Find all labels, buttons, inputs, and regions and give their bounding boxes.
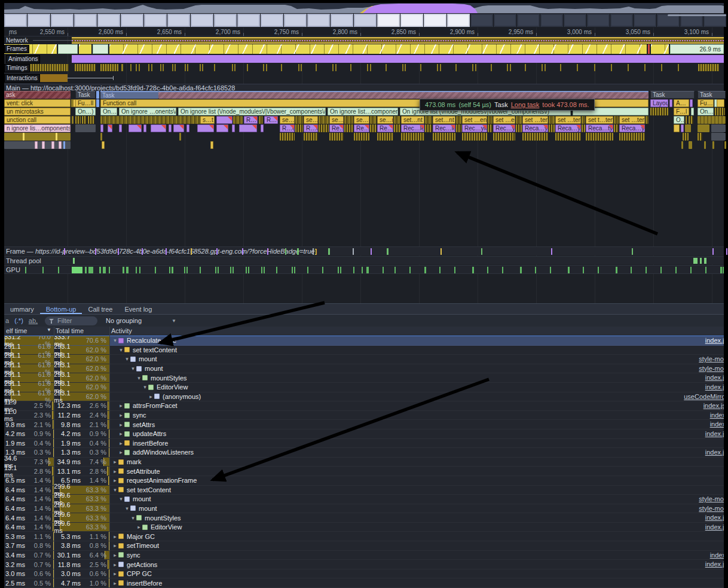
- filmstrip-thumbnail[interactable]: [74, 14, 97, 27]
- tab-call-tree[interactable]: Call tree: [82, 304, 118, 314]
- frames-segment[interactable]: [58, 44, 78, 54]
- collapse-arrow-icon[interactable]: ▾: [136, 375, 142, 381]
- filter-input[interactable]: Filter: [45, 316, 97, 325]
- table-row[interactable]: 1.9 ms0.4 %1.9 ms0.4 %▸insertBefore: [4, 439, 724, 449]
- source-link[interactable]: index.js: [705, 337, 724, 344]
- source-link[interactable]: style-mod: [699, 495, 724, 502]
- filmstrip-thumbnail[interactable]: [261, 14, 283, 27]
- table-row[interactable]: 6.5 ms1.4 %6.5 ms1.4 %▸requestAnimationF…: [4, 476, 724, 486]
- animations-bar[interactable]: [72, 55, 724, 63]
- filmstrip-thumbnail[interactable]: [4, 14, 27, 27]
- collapse-arrow-icon[interactable]: ▾: [112, 487, 118, 493]
- frames-segment[interactable]: [651, 44, 669, 54]
- expand-arrow-icon[interactable]: ▸: [112, 459, 118, 465]
- collapse-arrow-icon[interactable]: ▾: [130, 365, 136, 371]
- filmstrip-thumbnail[interactable]: [214, 14, 237, 27]
- filmstrip-thumbnail[interactable]: [331, 14, 353, 27]
- table-row[interactable]: 6.4 ms1.4 %299.6 ms63.3 %▾mountstyle-mod: [4, 504, 724, 514]
- expand-arrow-icon[interactable]: ▸: [112, 477, 118, 483]
- filmstrip-thumbnail[interactable]: [377, 14, 400, 27]
- filmstrip-thumbnail[interactable]: [517, 14, 540, 27]
- expand-arrow-icon[interactable]: ▸: [148, 394, 154, 400]
- source-link[interactable]: style-mod: [699, 355, 724, 362]
- cpu-overview-strip[interactable]: [4, 3, 724, 13]
- table-row[interactable]: 9.8 ms2.1 %9.8 ms2.1 %▸setAttrsindex.: [4, 420, 724, 429]
- thread-pool-track[interactable]: Thread pool: [4, 256, 724, 264]
- table-row[interactable]: 6.4 ms1.4 %299.6 ms63.3 %▾mountStylesind…: [4, 513, 724, 523]
- filmstrip-thumbnail[interactable]: [540, 14, 563, 27]
- source-link[interactable]: index.js: [705, 523, 724, 531]
- source-link[interactable]: style-mod: [699, 505, 724, 512]
- column-total-time[interactable]: Total time: [54, 327, 109, 336]
- tab-event-log[interactable]: Event log: [118, 304, 158, 314]
- expand-arrow-icon[interactable]: ▸: [118, 422, 124, 428]
- filmstrip-thumbnail[interactable]: [27, 14, 50, 27]
- expand-arrow-icon[interactable]: ▸: [136, 524, 142, 530]
- table-row[interactable]: 3.0 ms0.6 %3.0 ms0.6 %▸CPP GC: [4, 569, 724, 579]
- tooltip-long-task-link[interactable]: Long task: [511, 101, 540, 108]
- collapse-arrow-icon[interactable]: ▾: [130, 515, 136, 521]
- column-self-time[interactable]: elf time ▼: [4, 327, 54, 336]
- tab-bottom-up[interactable]: Bottom-up: [40, 304, 82, 314]
- collapse-arrow-icon[interactable]: ▾: [118, 347, 124, 353]
- table-row[interactable]: 291.1 ms61.6 %293.1 ms62.0 %▾set textCon…: [4, 346, 724, 355]
- source-link[interactable]: index.js: [705, 449, 724, 456]
- filmstrip-thumbnail[interactable]: [634, 14, 656, 27]
- expand-arrow-icon[interactable]: ▸: [112, 468, 118, 474]
- filmstrip-thumbnail[interactable]: [447, 14, 470, 27]
- table-row[interactable]: 3.2 ms0.7 %11.8 ms2.5 %▸getActionsindex.…: [4, 560, 724, 569]
- track-interactions[interactable]: Interactions: [4, 74, 724, 82]
- table-row[interactable]: 291.1 ms61.6 %293.1 ms62.0 %▸(anonymous)…: [4, 392, 724, 402]
- filmstrip-thumbnail[interactable]: [284, 14, 307, 27]
- filmstrip-thumbnail[interactable]: [424, 14, 446, 27]
- expand-arrow-icon[interactable]: ▸: [112, 562, 118, 568]
- source-link[interactable]: index.: [710, 421, 724, 428]
- filmstrip-thumbnail[interactable]: [494, 14, 516, 27]
- filmstrip-thumbnail[interactable]: [144, 14, 167, 27]
- filmstrip-thumbnail[interactable]: [121, 14, 143, 27]
- filmstrip-thumbnail[interactable]: [237, 14, 260, 27]
- filmstrip-thumbnail[interactable]: [167, 14, 190, 27]
- frames-segment[interactable]: [79, 44, 91, 54]
- frames-segment[interactable]: [93, 44, 108, 54]
- source-link[interactable]: index.js: [705, 430, 724, 437]
- screenshot-filmstrip[interactable]: [4, 14, 724, 27]
- table-row[interactable]: 11.0 ms2.3 %11.2 ms2.4 %▸syncindex.: [4, 411, 724, 421]
- collapse-arrow-icon[interactable]: ▾: [124, 505, 130, 511]
- filmstrip-thumbnail[interactable]: [400, 14, 423, 27]
- filmstrip-thumbnail[interactable]: [51, 14, 74, 27]
- table-row[interactable]: 6.4 ms1.4 %299.6 ms63.3 %▾mountstyle-mod: [4, 495, 724, 504]
- grouping-select[interactable]: No grouping: [106, 317, 142, 324]
- chevron-down-icon[interactable]: ▼: [172, 318, 176, 324]
- table-row[interactable]: 291.1 ms61.6 %293.1 ms62.0 %▾mountstyle-…: [4, 364, 724, 374]
- column-divider[interactable]: [109, 327, 110, 588]
- filmstrip-thumbnail[interactable]: [470, 14, 493, 27]
- table-row[interactable]: 3.7 ms0.8 %3.8 ms0.8 %▸setTimeout: [4, 541, 724, 551]
- table-row[interactable]: 1.3 ms0.3 %1.3 ms0.3 %▸addWindowListener…: [4, 448, 724, 458]
- track-network[interactable]: Network: [4, 37, 724, 44]
- filmstrip-thumbnail[interactable]: [587, 14, 610, 27]
- network-activity-bar[interactable]: [72, 37, 724, 44]
- source-link[interactable]: useCodeMirror: [684, 393, 724, 400]
- table-row[interactable]: 34.6 ms7.3 %34.9 ms7.4 %▸mark: [4, 458, 724, 467]
- track-timings[interactable]: Timings: [4, 64, 724, 71]
- filmstrip-thumbnail[interactable]: [307, 14, 330, 27]
- expand-arrow-icon[interactable]: ▸: [112, 571, 118, 577]
- expand-arrow-icon[interactable]: ▸: [118, 431, 124, 437]
- tab-ummary[interactable]: ummary: [4, 304, 40, 314]
- frames-segment[interactable]: [648, 44, 650, 54]
- table-row[interactable]: 291.1 ms61.6 %293.1 ms62.0 %▾mountstyle-…: [4, 355, 724, 364]
- source-link[interactable]: style-mod: [699, 365, 724, 372]
- table-row[interactable]: 6.4 ms1.4 %299.6 ms63.3 %▾set textConten…: [4, 486, 724, 495]
- track-frames[interactable]: Frames 26.9 ms: [4, 44, 724, 54]
- regex-toggle[interactable]: (.*): [14, 317, 23, 324]
- filmstrip-thumbnail[interactable]: [97, 14, 120, 27]
- frames-segment[interactable]: 26.9 ms: [670, 44, 724, 54]
- table-row[interactable]: 291.1 ms61.6 %293.1 ms62.0 %▾EditorViewi…: [4, 383, 724, 392]
- table-row[interactable]: 331.2 ms70.0 %333.7 ms70.6 %▾Recalculate…: [4, 336, 724, 346]
- filmstrip-thumbnail[interactable]: [564, 14, 586, 27]
- expand-arrow-icon[interactable]: ▸: [112, 543, 118, 549]
- source-link[interactable]: index.: [710, 552, 724, 559]
- table-row[interactable]: 291.1 ms61.6 %293.1 ms62.0 %▾mountStyles…: [4, 373, 724, 383]
- filmstrip-thumbnail[interactable]: [354, 14, 377, 27]
